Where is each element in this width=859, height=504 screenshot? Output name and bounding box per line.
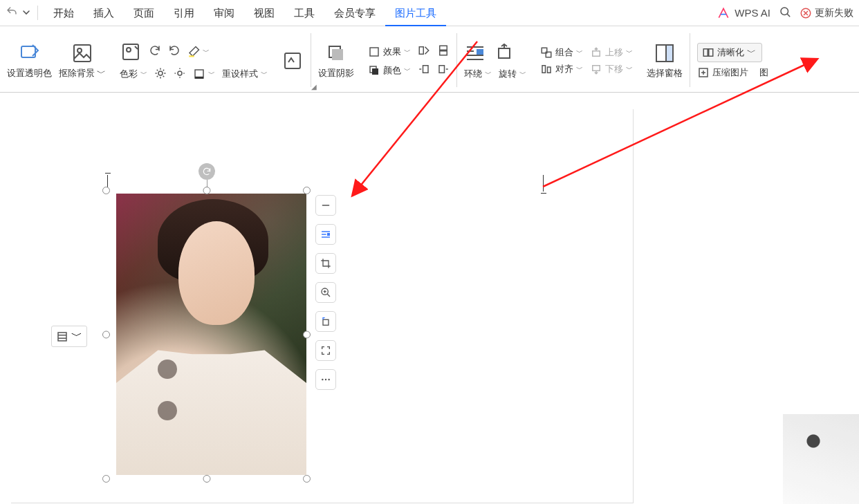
image-floating-toolbar — [315, 195, 336, 390]
svg-point-0 — [781, 8, 788, 15]
set-shadow-button[interactable]: 设置阴影 — [318, 42, 354, 80]
tab-review[interactable]: 审阅 — [204, 0, 244, 26]
svg-rect-7 — [189, 55, 194, 57]
reset-style-label: 重设样式 — [222, 68, 258, 80]
rotate-button[interactable]: 旋转 ﹀ — [499, 68, 526, 80]
rotate-big-button[interactable] — [493, 41, 515, 64]
chevron-down-icon: ﹀ — [97, 67, 106, 80]
svg-point-6 — [127, 48, 131, 52]
more-button[interactable] — [315, 369, 336, 390]
color-adjust-button[interactable] — [120, 41, 142, 63]
resize-handle-tl[interactable] — [102, 187, 110, 194]
zoom-button[interactable] — [315, 282, 336, 303]
crop-button[interactable] — [315, 253, 336, 274]
remove-background-label: 抠除背景 — [59, 67, 95, 80]
chevron-down-icon: ﹀ — [140, 69, 147, 79]
tab-tools[interactable]: 工具 — [284, 0, 324, 26]
svg-point-9 — [178, 71, 182, 75]
set-shadow-label: 设置阴影 — [318, 67, 354, 80]
resize-handle-tm[interactable] — [203, 187, 210, 194]
svg-rect-39 — [323, 319, 329, 325]
resize-handle-bl[interactable] — [102, 475, 110, 483]
color-label: 色彩 — [120, 68, 138, 80]
chevron-down-icon: ﹀ — [208, 69, 215, 79]
tab-view[interactable]: 视图 — [244, 0, 284, 26]
tab-vip[interactable]: 会员专享 — [324, 0, 385, 26]
svg-point-41 — [325, 379, 326, 380]
brightness-icon[interactable] — [154, 67, 167, 82]
svg-point-42 — [328, 379, 329, 380]
svg-point-40 — [322, 379, 323, 380]
fullscreen-button[interactable] — [315, 340, 336, 361]
chevron-down-icon: ﹀ — [71, 329, 82, 344]
svg-line-44 — [543, 59, 816, 187]
tab-ref[interactable]: 引用 — [164, 0, 204, 26]
svg-point-4 — [77, 48, 82, 53]
remove-button[interactable] — [315, 195, 336, 216]
tab-picture-tools[interactable]: 图片工具 — [385, 0, 446, 26]
secondary-image — [783, 414, 859, 504]
chevron-down-icon: ﹀ — [261, 69, 268, 79]
chevron-down-icon: ﹀ — [519, 69, 526, 79]
contrast-icon[interactable] — [174, 67, 186, 82]
svg-rect-37 — [327, 233, 330, 236]
set-transparent-color-button[interactable]: 设置透明色 — [7, 42, 52, 80]
image-options-left-button[interactable]: ﹀ — [51, 326, 87, 347]
svg-line-43 — [360, 41, 477, 187]
set-transparent-color-label: 设置透明色 — [7, 67, 52, 80]
svg-rect-3 — [74, 45, 91, 62]
resize-handle-br[interactable] — [303, 475, 311, 483]
menu-tabs: 开始 插入 页面 引用 审阅 视图 工具 会员专享 图片工具 WPS AI 更新… — [0, 0, 859, 26]
photo-content — [116, 194, 306, 475]
remove-background-button[interactable]: 抠除背景 ﹀ — [59, 42, 106, 80]
resize-handle-tr[interactable] — [303, 187, 311, 194]
svg-rect-14 — [332, 49, 343, 60]
search-icon[interactable] — [779, 6, 791, 20]
wrap-text-button[interactable] — [315, 224, 336, 245]
highlighter-button[interactable]: ﹀ — [187, 46, 210, 58]
border-color-button[interactable]: ﹀ — [193, 68, 215, 80]
rotate-ccw-small-icon[interactable] — [168, 44, 181, 59]
resize-handle-mr[interactable] — [303, 331, 311, 339]
reset-style-button[interactable]: 重设样式 ﹀ — [222, 68, 268, 80]
color-button[interactable]: 色彩 ﹀ — [120, 68, 147, 80]
rotation-handle[interactable] — [198, 163, 215, 180]
chevron-down-icon: ﹀ — [203, 47, 210, 57]
update-failed-label: 更新失败 — [815, 7, 853, 19]
dialog-launcher-icon[interactable]: ◢ — [311, 83, 317, 91]
svg-rect-11 — [195, 77, 203, 79]
resize-handle-ml[interactable] — [102, 331, 110, 339]
picture-effect-button[interactable] — [281, 50, 304, 72]
undo-dropdown-icon[interactable] — [22, 7, 30, 19]
tab-insert[interactable]: 插入 — [84, 0, 124, 26]
update-failed[interactable]: 更新失败 — [800, 7, 853, 19]
rotate-cw-small-icon[interactable] — [149, 44, 161, 59]
tab-page[interactable]: 页面 — [124, 0, 164, 26]
svg-rect-36 — [58, 333, 66, 341]
annotation-arrow-1 — [353, 41, 491, 196]
svg-rect-24 — [499, 48, 510, 58]
tab-start[interactable]: 开始 — [44, 0, 84, 26]
svg-point-8 — [158, 71, 163, 75]
resize-handle-bm[interactable] — [203, 475, 210, 483]
wps-ai-label: WPS AI — [735, 7, 770, 19]
annotation-arrow-2 — [539, 55, 830, 196]
undo-icon[interactable] — [6, 6, 18, 20]
wps-ai-button[interactable]: WPS AI — [717, 6, 770, 20]
selected-image[interactable] — [107, 191, 306, 478]
rotate-label: 旋转 — [499, 68, 517, 80]
rotate-ccw-button[interactable] — [315, 311, 336, 332]
